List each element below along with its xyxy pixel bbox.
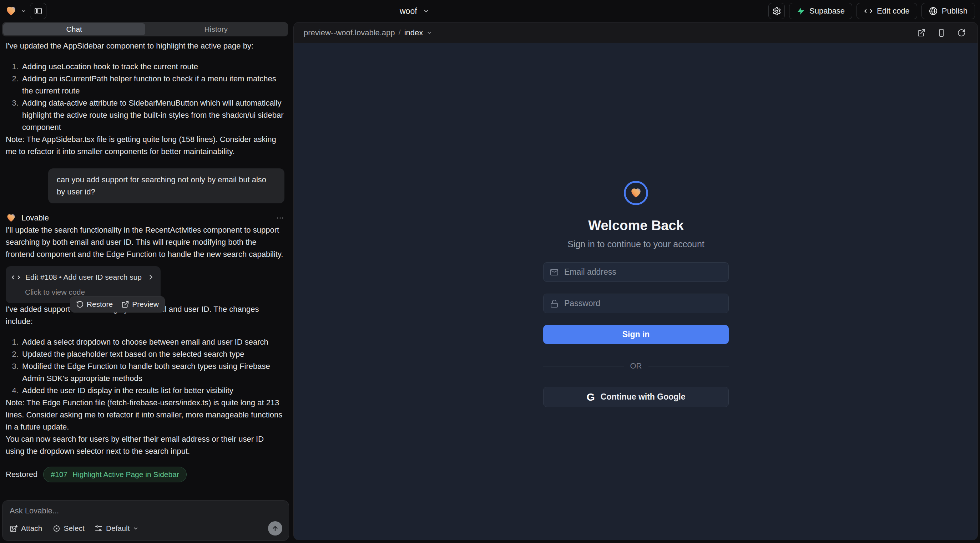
- refresh-icon: [957, 29, 966, 37]
- chat-input[interactable]: [10, 506, 282, 521]
- settings-button[interactable]: [768, 3, 785, 19]
- preview-button[interactable]: Preview: [121, 300, 159, 309]
- assistant-message-list: Added a select dropdown to choose betwee…: [6, 336, 285, 397]
- select-button[interactable]: Select: [52, 524, 84, 533]
- attach-label: Attach: [21, 524, 43, 533]
- code-icon: [11, 273, 20, 282]
- chevron-right-icon: [147, 273, 155, 281]
- password-field[interactable]: [564, 298, 722, 308]
- attach-button[interactable]: Attach: [10, 524, 43, 533]
- email-icon: [550, 268, 558, 276]
- chat-message-list[interactable]: I've updated the AppSidebar component to…: [0, 40, 290, 499]
- mode-chevron-down-icon: [133, 526, 138, 531]
- supabase-label: Supabase: [810, 6, 845, 16]
- mobile-view-button[interactable]: [934, 25, 949, 40]
- preview-url-host: preview--woof.lovable.app: [304, 28, 395, 38]
- list-item: Modified the Edge Function to handle bot…: [21, 360, 285, 384]
- edit-code-button[interactable]: Edit code: [856, 3, 917, 19]
- edit-card-actions: Restore Preview: [70, 296, 165, 313]
- signin-subtitle: Sign in to continue to your account: [568, 239, 705, 249]
- preview-icon: [121, 300, 129, 308]
- topbar: woof Supabase Edit code Publish: [0, 0, 980, 22]
- mode-selector[interactable]: Default: [95, 524, 139, 533]
- supabase-button[interactable]: Supabase: [789, 3, 852, 19]
- mobile-icon: [937, 29, 946, 37]
- lock-icon: [550, 299, 558, 308]
- list-item: Adding data-active attribute to SidebarM…: [21, 97, 285, 133]
- preview-app-viewport: Welcome Back Sign in to continue to your…: [294, 43, 977, 540]
- tab-history[interactable]: History: [145, 23, 287, 35]
- assistant-message-text: I'll update the search functionality in …: [6, 224, 285, 260]
- preview-url-selector[interactable]: preview--woof.lovable.app / index: [304, 28, 432, 38]
- list-item: Added the user ID display in the results…: [21, 384, 285, 397]
- project-chevron-down-icon: [423, 8, 430, 14]
- restore-label: Restore: [87, 300, 113, 309]
- edit-card-wrap: Edit #108 • Add user ID search supp... C…: [6, 266, 161, 303]
- globe-icon: [929, 7, 937, 15]
- continue-with-google-button[interactable]: G Continue with Google: [543, 387, 729, 407]
- list-item: Adding an isCurrentPath helper function …: [21, 73, 285, 97]
- sidebar-toggle-icon: [34, 7, 43, 15]
- preview-panel: preview--woof.lovable.app / index: [293, 22, 978, 540]
- tab-chat[interactable]: Chat: [3, 23, 145, 35]
- divider-line: [543, 366, 624, 367]
- email-field[interactable]: [564, 267, 722, 277]
- open-external-icon: [917, 29, 926, 37]
- preview-label: Preview: [132, 300, 159, 309]
- send-arrow-up-icon: [271, 524, 279, 532]
- google-button-label: Continue with Google: [601, 392, 686, 402]
- assistant-message-note: Note: The Edge Function file (fetch-fire…: [6, 397, 285, 433]
- project-name: woof: [400, 6, 417, 16]
- restored-version-id: #107: [51, 468, 67, 481]
- sign-in-button[interactable]: Sign in: [543, 325, 729, 344]
- user-message-bubble: can you add support for searching not on…: [48, 168, 285, 203]
- restore-button[interactable]: Restore: [76, 300, 113, 309]
- mode-sliders-icon: [95, 524, 103, 533]
- publish-label: Publish: [942, 6, 967, 16]
- email-field-wrap: [543, 262, 729, 282]
- refresh-button[interactable]: [954, 25, 969, 40]
- project-switcher[interactable]: woof: [400, 0, 430, 22]
- password-field-wrap: [543, 294, 729, 313]
- select-icon: [52, 524, 60, 533]
- more-icon[interactable]: [276, 214, 285, 222]
- open-external-button[interactable]: [914, 25, 929, 40]
- lovable-heart-icon[interactable]: [5, 5, 17, 17]
- assistant-message-text: I've updated the AppSidebar component to…: [6, 40, 285, 52]
- restored-version-badge[interactable]: #107 Highlight Active Page in Sidebar: [43, 467, 187, 482]
- restored-row: Restored #107 Highlight Active Page in S…: [6, 467, 285, 482]
- chat-history-tabs: Chat History: [2, 22, 288, 37]
- google-g-icon: G: [587, 392, 595, 402]
- assistant-message-note: Note: The AppSidebar.tsx file is getting…: [6, 133, 285, 158]
- supabase-icon: [797, 7, 805, 15]
- chat-panel: Chat History I've updated the AppSidebar…: [0, 22, 290, 543]
- gear-icon: [772, 7, 781, 16]
- edit-code-label: Edit code: [877, 6, 910, 16]
- assistant-message-list: Adding useLocation hook to track the cur…: [6, 61, 285, 133]
- assistant-name: Lovable: [21, 212, 49, 224]
- sidebar-toggle-button[interactable]: [30, 3, 46, 19]
- lovable-heart-icon: [6, 213, 16, 223]
- restored-label: Restored: [6, 468, 37, 481]
- signin-title: Welcome Back: [588, 218, 684, 233]
- select-label: Select: [64, 524, 84, 533]
- user-message-text: can you add support for searching not on…: [57, 175, 266, 196]
- send-button[interactable]: [268, 521, 282, 535]
- list-item: Updated the placeholder text based on th…: [21, 348, 285, 360]
- list-item: Adding useLocation hook to track the cur…: [21, 61, 285, 73]
- workspace-chevron-down-icon[interactable]: [21, 8, 26, 14]
- assistant-header: Lovable: [6, 212, 285, 224]
- list-item: Added a select dropdown to choose betwee…: [21, 336, 285, 348]
- or-divider: OR: [543, 361, 729, 371]
- app-heart-icon: [630, 187, 643, 199]
- divider-line: [649, 366, 729, 367]
- preview-url-separator: /: [399, 28, 401, 38]
- route-chevron-down-icon: [426, 30, 432, 36]
- mode-label: Default: [106, 524, 130, 533]
- composer: Attach Select Default: [2, 500, 289, 541]
- code-icon: [864, 7, 873, 15]
- assistant-message-text: You can now search for users by either t…: [6, 433, 285, 457]
- restore-icon: [76, 300, 84, 308]
- preview-header: preview--woof.lovable.app / index: [294, 22, 977, 43]
- publish-button[interactable]: Publish: [921, 3, 975, 19]
